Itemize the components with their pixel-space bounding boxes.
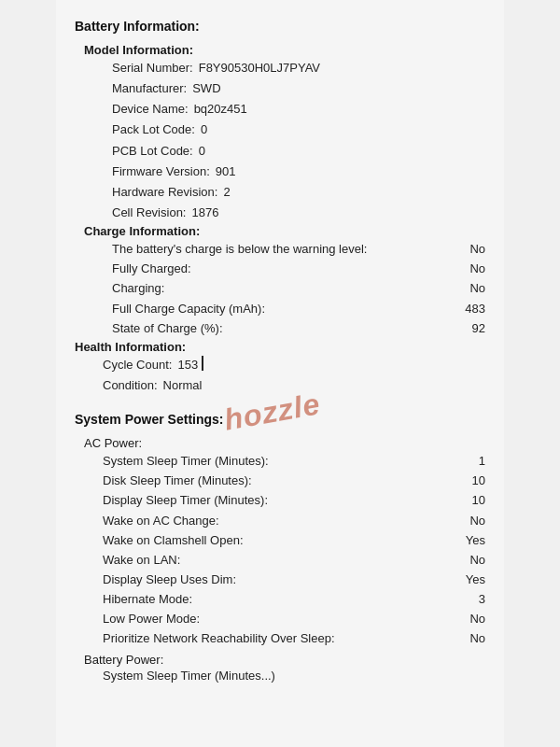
wake-clamshell-value: Yes [448,531,485,550]
wake-clamshell-row: Wake on Clamshell Open: Yes [103,531,485,550]
model-details: Serial Number: F8Y90530H0LJ7PYAV Manufac… [112,59,485,222]
wake-ac-row: Wake on AC Change: No [103,512,485,530]
state-charge-label: State of Charge (%): [112,319,223,338]
hibernate-value: 3 [448,590,485,609]
battery-section-title: Battery Information: [75,19,485,34]
manufacturer-row: Manufacturer: SWD [112,79,485,98]
health-section-header: Health Information: [75,340,485,354]
low-power-row: Low Power Mode: No [103,610,485,628]
wake-lan-label: Wake on LAN: [103,551,180,570]
wake-clamshell-label: Wake on Clamshell Open: [103,531,244,550]
wake-lan-value: No [448,551,485,570]
hibernate-row: Hibernate Mode: 3 [103,590,485,609]
charge-details: The battery's charge is below the warnin… [112,240,485,338]
model-section: Model Information: Serial Number: F8Y905… [84,43,485,338]
ac-power-label: AC Power: [84,436,485,450]
disk-sleep-label: Disk Sleep Timer (Minutes): [103,472,252,490]
cycle-value: 153 [177,356,198,374]
low-power-value: No [448,610,485,628]
device-name-label: Device Name: [112,100,189,119]
serial-number-label: Serial Number: [112,59,193,78]
power-section-title: System Power Settings: [75,412,485,427]
cycle-row: Cycle Count: 153 [103,356,485,374]
hardware-row: Hardware Revision: 2 [112,183,485,202]
condition-label: Condition: [103,376,158,395]
serial-number-row: Serial Number: F8Y90530H0LJ7PYAV [112,59,485,78]
wake-ac-label: Wake on AC Change: [103,512,219,530]
serial-number-value: F8Y90530H0LJ7PYAV [199,59,320,78]
wake-ac-value: No [448,512,485,530]
cycle-label: Cycle Count: [103,356,172,374]
condition-row: Condition: Normal [103,376,485,395]
cell-row: Cell Revision: 1876 [112,204,485,222]
fully-charged-row: Fully Charged: No [112,260,485,278]
power-settings-section: System Power Settings: AC Power: System … [75,412,485,685]
pcb-lot-label: PCB Lot Code: [112,142,193,161]
manufacturer-value: SWD [192,79,220,98]
pcb-lot-row: PCB Lot Code: 0 [112,142,485,161]
display-dim-row: Display Sleep Uses Dim: Yes [103,571,485,589]
low-power-label: Low Power Mode: [103,610,200,628]
pcb-lot-value: 0 [199,142,205,161]
text-cursor [202,356,203,371]
fully-charged-label: Fully Charged: [112,260,191,278]
health-details: Cycle Count: 153 Condition: Normal [103,356,485,395]
pack-lot-label: Pack Lot Code: [112,120,195,139]
model-section-header: Model Information: [84,43,485,57]
system-sleep-row: System Sleep Timer (Minutes): 1 [103,452,485,471]
screen: Battery Information: Model Information: … [0,0,560,747]
prioritize-value: No [448,629,485,648]
firmware-value: 901 [216,162,236,181]
charge-section-header: Charge Information: [84,224,485,238]
system-sleep-label: System Sleep Timer (Minutes): [103,452,269,471]
cell-value: 1876 [191,204,218,222]
cell-label: Cell Revision: [112,204,186,222]
display-dim-label: Display Sleep Uses Dim: [103,571,236,589]
charging-value: No [448,279,485,298]
display-sleep-value: 10 [448,491,485,510]
prioritize-row: Prioritize Network Reachability Over Sle… [103,629,485,648]
firmware-label: Firmware Version: [112,162,210,181]
disk-sleep-row: Disk Sleep Timer (Minutes): 10 [103,472,485,490]
pack-lot-value: 0 [201,120,207,139]
display-sleep-row: Display Sleep Timer (Minutes): 10 [103,491,485,510]
device-name-value: bq20z451 [194,100,247,119]
hardware-value: 2 [223,183,230,202]
full-charge-label: Full Charge Capacity (mAh): [112,300,265,318]
battery-power-label: Battery Power: [84,653,485,667]
disk-sleep-value: 10 [448,472,485,490]
system-sleep-value: 1 [448,452,485,471]
charging-label: Charging: [112,279,164,298]
state-charge-value: 92 [448,319,485,338]
warning-value: No [448,240,485,259]
pack-lot-row: Pack Lot Code: 0 [112,120,485,139]
full-charge-value: 483 [448,300,485,318]
battery-power-details: System Sleep Timer (Minutes...) [103,667,485,685]
system-sleep-b-label: System Sleep Timer (Minutes...) [103,667,275,685]
content-area: Battery Information: Model Information: … [56,0,504,747]
ac-power-details: System Sleep Timer (Minutes): 1 Disk Sle… [103,452,485,648]
state-charge-row: State of Charge (%): 92 [112,319,485,338]
device-name-row: Device Name: bq20z451 [112,100,485,119]
system-sleep-b-row: System Sleep Timer (Minutes...) [103,667,485,685]
condition-value: Normal [163,376,203,395]
display-dim-value: Yes [448,571,485,589]
wake-lan-row: Wake on LAN: No [103,551,485,570]
fully-charged-value: No [448,260,485,278]
manufacturer-label: Manufacturer: [112,79,187,98]
hardware-label: Hardware Revision: [112,183,217,202]
warning-row: The battery's charge is below the warnin… [112,240,485,259]
full-charge-row: Full Charge Capacity (mAh): 483 [112,300,485,318]
charging-row: Charging: No [112,279,485,298]
warning-label: The battery's charge is below the warnin… [112,240,367,259]
prioritize-label: Prioritize Network Reachability Over Sle… [103,629,335,648]
display-sleep-label: Display Sleep Timer (Minutes): [103,491,268,510]
hibernate-label: Hibernate Mode: [103,590,192,609]
firmware-row: Firmware Version: 901 [112,162,485,181]
